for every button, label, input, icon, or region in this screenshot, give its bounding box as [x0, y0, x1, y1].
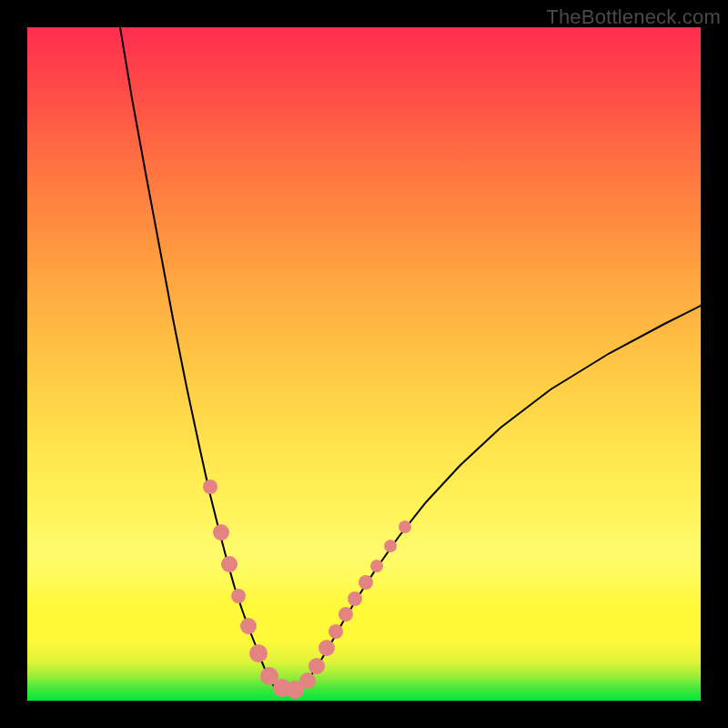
highlight-marker: [339, 607, 353, 622]
highlight-marker: [329, 624, 343, 639]
highlight-marker: [231, 589, 246, 603]
highlight-marker: [213, 524, 229, 541]
highlight-marker: [308, 658, 325, 674]
curve-left-branch: [120, 27, 275, 687]
curve-right-branch: [302, 306, 701, 687]
highlight-marker: [384, 540, 397, 552]
highlight-marker: [359, 575, 373, 590]
highlight-marker: [221, 556, 238, 572]
watermark-text: TheBottleneck.com: [546, 5, 721, 29]
curve-layer: [27, 27, 701, 701]
highlight-marker: [240, 618, 257, 634]
chart-frame: TheBottleneck.com: [0, 0, 728, 728]
highlight-marker: [348, 592, 362, 606]
plot-area: [27, 27, 701, 701]
highlight-marker: [299, 672, 316, 689]
highlight-marker: [370, 560, 383, 572]
highlight-marker: [399, 521, 411, 533]
highlight-marker: [249, 644, 268, 662]
highlight-marker: [318, 640, 335, 656]
highlight-marker: [203, 480, 217, 494]
highlight-markers: [203, 480, 411, 699]
